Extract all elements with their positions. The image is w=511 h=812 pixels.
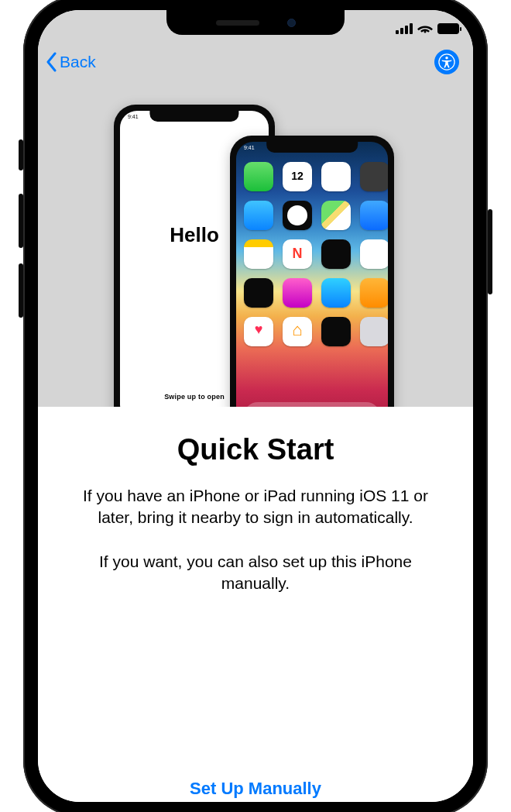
- app-icon: [321, 162, 351, 191]
- status-bar: [396, 15, 459, 43]
- body-paragraph-2: If you want, you can also set up this iP…: [66, 551, 445, 595]
- app-icon: [283, 317, 312, 346]
- illustration-old-phone-time: 9:41: [244, 145, 255, 150]
- app-icon: [360, 239, 388, 269]
- app-icon: [283, 278, 312, 308]
- content-sheet: Quick Start If you have an iPhone or iPa…: [38, 407, 473, 802]
- illustration-new-phone-time: 9:41: [128, 114, 139, 119]
- device-side-button: [488, 209, 492, 294]
- app-icon: [244, 201, 273, 230]
- device-screen: Back 9:41 Hello Swipe up to open: [38, 10, 473, 802]
- set-up-manually-button[interactable]: Set Up Manually: [38, 779, 473, 799]
- app-icon: [321, 201, 351, 230]
- back-label: Back: [60, 53, 96, 71]
- app-icon: [321, 278, 351, 308]
- battery-icon: [437, 23, 459, 34]
- device-notch: [166, 10, 345, 35]
- app-icon: [360, 278, 388, 308]
- accessibility-icon: [438, 53, 455, 71]
- app-icon: [283, 162, 312, 191]
- app-icon: [283, 239, 312, 269]
- page-title: Quick Start: [66, 433, 445, 466]
- app-icon: [244, 239, 273, 269]
- app-icon: [360, 162, 388, 191]
- nav-bar: Back: [38, 44, 473, 80]
- app-icon: [321, 239, 351, 269]
- device-frame: Back 9:41 Hello Swipe up to open: [23, 0, 488, 812]
- app-icon: [244, 317, 273, 346]
- device-speaker: [216, 20, 259, 26]
- accessibility-button[interactable]: [434, 50, 459, 74]
- app-icon: [360, 201, 388, 230]
- device-front-camera: [287, 19, 296, 27]
- app-icon: [360, 317, 388, 346]
- app-icon: [283, 201, 312, 230]
- app-icon: [321, 317, 351, 346]
- illustration-app-grid: [244, 162, 380, 346]
- svg-point-1: [445, 57, 448, 59]
- body-paragraph-1: If you have an iPhone or iPad running iO…: [66, 485, 445, 529]
- chevron-left-icon: [46, 52, 58, 72]
- wifi-icon: [417, 23, 433, 34]
- cellular-icon: [396, 23, 413, 34]
- app-icon: [244, 278, 273, 308]
- back-button[interactable]: Back: [46, 52, 96, 72]
- hero-illustration: Back 9:41 Hello Swipe up to open: [38, 10, 473, 407]
- app-icon: [244, 162, 273, 191]
